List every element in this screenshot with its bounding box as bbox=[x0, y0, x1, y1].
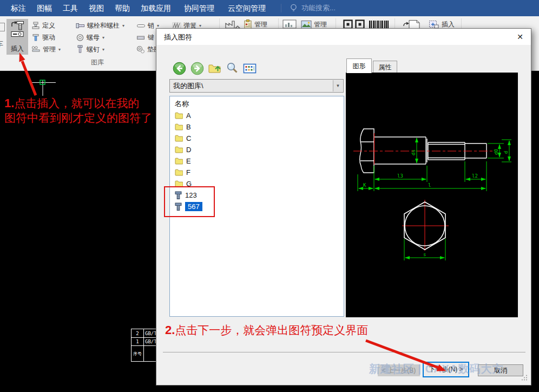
menu-item-collab[interactable]: 协同管理 bbox=[179, 0, 220, 16]
annotation-1-line-2: 图符中看到刚才定义的图符了 bbox=[4, 110, 152, 126]
dialog-title: 插入图符 bbox=[164, 32, 192, 42]
ribbon-item-screw[interactable]: 螺钉 ▾ bbox=[76, 44, 104, 54]
ribbon-item-define[interactable]: 定义 bbox=[31, 21, 55, 30]
washer-icon bbox=[136, 45, 145, 54]
folder-row-e[interactable]: E bbox=[175, 155, 191, 167]
dim-label: l2 bbox=[472, 173, 478, 179]
menu-item-annotate[interactable]: 标注 bbox=[5, 0, 31, 16]
menu-item-view[interactable]: 视图 bbox=[83, 0, 109, 16]
centerlines bbox=[353, 133, 493, 251]
resize-grip[interactable] bbox=[521, 373, 528, 383]
search-box[interactable]: 功能搜索... bbox=[290, 3, 336, 13]
ribbon-item-drive[interactable]: 驱动 bbox=[31, 32, 55, 42]
menu-item-sheet[interactable]: 图幅 bbox=[31, 0, 57, 16]
drive-icon bbox=[31, 34, 40, 42]
grid-insert-icon bbox=[429, 20, 439, 29]
back-icon bbox=[173, 62, 186, 75]
dropdown-arrow-icon[interactable]: ▼ bbox=[333, 80, 343, 92]
nut-icon bbox=[76, 34, 84, 42]
chevron-down-icon: ▾ bbox=[157, 23, 159, 28]
button-label: 取消 bbox=[494, 366, 507, 375]
annotation-highlight-box bbox=[164, 186, 215, 217]
ribbon-item-label: 管理 bbox=[43, 45, 56, 54]
chevron-down-icon: ▾ bbox=[122, 23, 124, 28]
app-window: 标注 图幅 工具 视图 帮助 加载应用 协同管理 云空间管理 功能搜索... 车 bbox=[0, 0, 539, 392]
clipped-icon-fragment bbox=[0, 23, 5, 31]
previous-step-button[interactable]: < 上一步(B) bbox=[378, 364, 420, 376]
up-folder-icon bbox=[208, 62, 222, 75]
folder-row-a[interactable]: A bbox=[175, 110, 191, 121]
ribbon-item-label: 管理 bbox=[254, 20, 267, 29]
button-label: < 上一步(B) bbox=[382, 366, 416, 375]
library-path-dropdown[interactable]: 我的图库\ ▼ bbox=[169, 79, 344, 93]
folder-label: F bbox=[186, 168, 190, 177]
folder-label: D bbox=[186, 146, 191, 154]
ribbon-item-label: 管理 bbox=[314, 20, 327, 29]
ribbon-item-label: 螺母 bbox=[87, 33, 100, 42]
ribbon-item-bolts-studs[interactable]: 螺栓和螺柱 ▾ bbox=[76, 21, 124, 30]
folder-icon bbox=[175, 112, 183, 119]
forward-icon bbox=[190, 62, 204, 75]
ribbon-item-manage-library[interactable]: 管理 ▾ bbox=[31, 44, 61, 54]
ribbon-item-label: 销 bbox=[148, 21, 154, 30]
back-button[interactable] bbox=[172, 61, 186, 75]
chevron-down-icon: ▾ bbox=[102, 35, 104, 40]
annotation-2: 2.点击下一步，就会弹出图符预定义界面 bbox=[165, 323, 368, 338]
annotation-number: 1. bbox=[4, 96, 14, 110]
chevron-down-icon: ▾ bbox=[199, 23, 201, 28]
chevron-down-icon: ▾ bbox=[58, 47, 61, 52]
symbol-preview: ds d0 d l3 l2 K l s bbox=[346, 73, 518, 317]
tab-attributes[interactable]: 属性 bbox=[373, 61, 397, 73]
forward-button[interactable] bbox=[190, 61, 204, 75]
screw-icon bbox=[76, 45, 84, 54]
button-label: 下一步(N) > bbox=[429, 365, 463, 374]
folder-row-c[interactable]: C bbox=[175, 133, 191, 144]
insert-symbol-button[interactable]: 插入 bbox=[6, 19, 28, 55]
tab-label: 属性 bbox=[379, 63, 392, 72]
tab-graphic[interactable]: 图形 bbox=[346, 58, 372, 73]
ribbon-item-label: 键 bbox=[148, 33, 154, 42]
menu-item-help[interactable]: 帮助 bbox=[109, 0, 135, 16]
insert-symbol-icon bbox=[10, 21, 25, 38]
close-icon[interactable]: ✕ bbox=[514, 31, 527, 42]
ribbon-item-label: 插入 bbox=[442, 20, 455, 29]
cancel-button[interactable]: 取消 bbox=[478, 364, 523, 376]
dialog-titlebar[interactable]: 插入图符 ✕ bbox=[156, 29, 531, 45]
up-level-button[interactable] bbox=[208, 61, 222, 75]
menu-item-tools[interactable]: 工具 bbox=[57, 0, 83, 16]
folder-icon bbox=[175, 135, 183, 142]
clipped-label-fragment: 车 bbox=[0, 39, 5, 49]
dim-label: s bbox=[423, 252, 426, 257]
tab-label: 图形 bbox=[353, 62, 366, 71]
pin-icon bbox=[136, 22, 146, 29]
dimension-labels: ds d0 d l3 l2 K l s bbox=[363, 149, 509, 257]
library-path-value: 我的图库\ bbox=[173, 81, 203, 91]
annotation-1-line-1: 1.点击插入，就可以在我的 bbox=[4, 96, 139, 111]
search-library-button[interactable] bbox=[225, 61, 239, 75]
ribbon-group-label: 图库 bbox=[70, 58, 124, 67]
ribbon-item-nut[interactable]: 螺母 ▾ bbox=[76, 32, 104, 42]
list-header-name[interactable]: 名称 bbox=[175, 99, 189, 109]
dialog-separator bbox=[163, 352, 525, 352]
manage-library-icon bbox=[31, 45, 41, 53]
bom-cell: 2 bbox=[132, 329, 144, 338]
chevron-down-icon: ▾ bbox=[102, 47, 104, 52]
bolt-icon bbox=[76, 22, 85, 30]
ribbon-item-label: 螺栓和螺柱 bbox=[87, 21, 120, 30]
folder-row-b[interactable]: B bbox=[175, 121, 191, 133]
menu-item-cloud[interactable]: 云空间管理 bbox=[222, 0, 271, 16]
folder-icon bbox=[175, 158, 183, 165]
next-step-button[interactable]: 下一步(N) > bbox=[423, 362, 469, 377]
view-mode-button[interactable] bbox=[242, 61, 257, 75]
menu-item-load-apps[interactable]: 加载应用 bbox=[135, 0, 176, 16]
key-icon bbox=[136, 34, 146, 41]
bom-corner-cell: 序号 bbox=[132, 346, 144, 362]
folder-icon bbox=[175, 123, 183, 130]
dim-label: ds bbox=[411, 149, 416, 155]
image-icon bbox=[301, 20, 312, 29]
folder-label: B bbox=[186, 123, 191, 131]
folder-row-f[interactable]: F bbox=[175, 167, 190, 178]
folder-label: C bbox=[186, 134, 191, 142]
folder-row-d[interactable]: D bbox=[175, 144, 191, 155]
ribbon-item-label: 螺钉 bbox=[87, 45, 100, 54]
